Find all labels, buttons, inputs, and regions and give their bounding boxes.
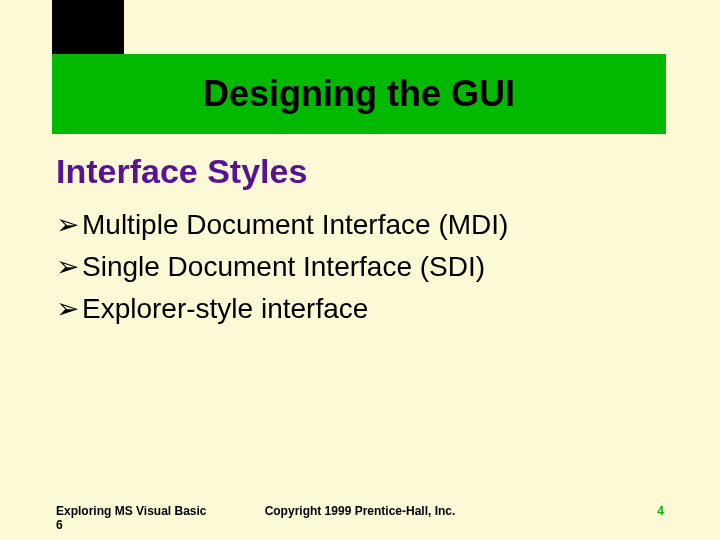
bullet-text: Explorer-style interface — [82, 293, 368, 324]
bullet-icon: ➢ — [56, 288, 82, 330]
list-item: ➢Single Document Interface (SDI) — [56, 246, 656, 288]
bullet-text: Single Document Interface (SDI) — [82, 251, 485, 282]
bullet-icon: ➢ — [56, 246, 82, 288]
bullet-icon: ➢ — [56, 204, 82, 246]
section-heading: Interface Styles — [56, 152, 307, 191]
slide-title: Designing the GUI — [52, 54, 666, 134]
page-number: 4 — [657, 504, 664, 518]
list-item: ➢Multiple Document Interface (MDI) — [56, 204, 656, 246]
slide: Designing the GUI Interface Styles ➢Mult… — [0, 0, 720, 540]
bullet-list: ➢Multiple Document Interface (MDI) ➢Sing… — [56, 204, 656, 330]
corner-decoration — [52, 0, 124, 54]
bullet-text: Multiple Document Interface (MDI) — [82, 209, 508, 240]
list-item: ➢Explorer-style interface — [56, 288, 656, 330]
footer-copyright: Copyright 1999 Prentice-Hall, Inc. — [56, 504, 664, 518]
